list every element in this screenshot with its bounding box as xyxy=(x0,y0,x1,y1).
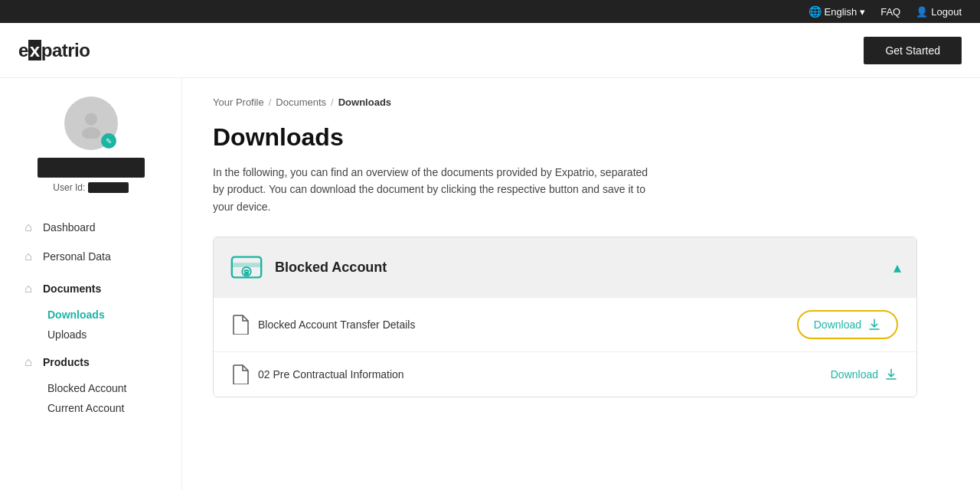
topbar: 🌐 English ▾ FAQ 👤 Logout xyxy=(0,0,980,23)
blocked-account-icon xyxy=(229,250,264,285)
blocked-account-header[interactable]: Blocked Account ▴ xyxy=(214,237,916,297)
section-header-left: Blocked Account xyxy=(229,250,387,285)
breadcrumb-sep-2: / xyxy=(331,96,334,108)
document-row-2: 02 Pre Contractual Information Download xyxy=(214,351,916,397)
main-content: Your Profile / Documents / Downloads Dow… xyxy=(182,78,980,490)
doc-left-1: Blocked Account Transfer Details xyxy=(232,315,415,335)
sidebar-item-personal-data[interactable]: ⌂ Personal Data xyxy=(15,242,166,271)
svg-point-0 xyxy=(85,113,97,126)
faq-link[interactable]: FAQ xyxy=(880,6,900,18)
logout-button[interactable]: 👤 Logout xyxy=(916,6,962,18)
sidebar-item-products[interactable]: ⌂ Products xyxy=(15,348,166,377)
page-title: Downloads xyxy=(213,123,949,152)
doc-name-1: Blocked Account Transfer Details xyxy=(258,318,415,331)
download-button-1[interactable]: Download xyxy=(797,310,898,339)
document-row-1: Blocked Account Transfer Details Downloa… xyxy=(214,297,916,351)
svg-point-1 xyxy=(82,127,100,139)
user-icon: 👤 xyxy=(916,6,928,18)
user-id-value: ■■■■■ xyxy=(88,182,128,193)
sidebar: ✎ User Id: ■■■■■ ⌂ Dashboard ⌂ Personal … xyxy=(0,78,182,490)
layout: ✎ User Id: ■■■■■ ⌂ Dashboard ⌂ Personal … xyxy=(0,78,980,490)
language-label: English xyxy=(825,6,858,18)
avatar-edit-badge[interactable]: ✎ xyxy=(101,133,116,149)
sidebar-sub-products: Blocked Account Current Account xyxy=(15,378,166,418)
user-name-bar xyxy=(38,158,145,178)
sidebar-item-documents[interactable]: ⌂ Documents xyxy=(15,274,166,303)
sidebar-uploads-label: Uploads xyxy=(47,328,87,341)
download-icon-1 xyxy=(867,318,881,332)
chevron-up-icon: ▴ xyxy=(893,258,901,276)
sidebar-item-blocked-account[interactable]: Blocked Account xyxy=(41,378,166,398)
logout-label: Logout xyxy=(931,6,962,18)
sidebar-item-downloads[interactable]: Downloads xyxy=(41,305,166,325)
sidebar-item-current-account[interactable]: Current Account xyxy=(41,398,166,418)
sidebar-item-label-personal-data: Personal Data xyxy=(43,250,111,263)
svg-rect-5 xyxy=(244,272,249,276)
avatar: ✎ xyxy=(64,96,118,150)
chevron-down-icon: ▾ xyxy=(860,6,865,18)
house-icon: ⌂ xyxy=(21,220,35,234)
sidebar-item-label-products: Products xyxy=(43,356,90,368)
sidebar-item-dashboard[interactable]: ⌂ Dashboard xyxy=(15,213,166,242)
breadcrumb-sep-1: / xyxy=(269,96,272,108)
download-label-1: Download xyxy=(814,318,861,331)
logo-text-patrio: patrio xyxy=(41,40,90,60)
page-description: In the following, you can find an overvi… xyxy=(213,164,657,215)
user-id-label: User Id: xyxy=(53,182,85,193)
globe-icon: 🌐 xyxy=(808,5,822,18)
sidebar-item-label-dashboard: Dashboard xyxy=(43,221,96,234)
breadcrumb-label-your-profile: Your Profile xyxy=(213,96,264,108)
avatar-area: ✎ User Id: ■■■■■ xyxy=(38,96,145,193)
avatar-person-icon xyxy=(76,108,106,139)
breadcrumb-documents[interactable]: Documents xyxy=(276,96,326,108)
doc-file-icon-2 xyxy=(232,364,249,384)
sidebar-current-account-label: Current Account xyxy=(47,402,124,414)
doc-file-icon-1 xyxy=(232,315,249,335)
download-label-2: Download xyxy=(831,368,878,381)
faq-label: FAQ xyxy=(880,6,900,18)
download-link-2[interactable]: Download xyxy=(831,368,898,381)
breadcrumb: Your Profile / Documents / Downloads xyxy=(213,96,949,108)
breadcrumb-current: Downloads xyxy=(338,96,391,108)
sidebar-item-label-documents: Documents xyxy=(43,283,101,295)
sidebar-blocked-account-label: Blocked Account xyxy=(47,382,127,394)
breadcrumb-your-profile[interactable]: Your Profile xyxy=(213,96,264,108)
breadcrumb-label-documents: Documents xyxy=(276,96,326,108)
sidebar-item-uploads[interactable]: Uploads xyxy=(41,325,166,345)
logo: expatrio xyxy=(18,40,90,61)
sidebar-downloads-label: Downloads xyxy=(47,309,105,321)
house-icon-products: ⌂ xyxy=(21,355,35,369)
download-icon-2 xyxy=(884,368,898,381)
logo-text-e: e xyxy=(18,40,28,60)
user-id-row: User Id: ■■■■■ xyxy=(53,182,128,193)
doc-name-2: 02 Pre Contractual Information xyxy=(258,368,404,381)
cta-button[interactable]: Get Started xyxy=(864,37,962,64)
logo-bracket: x xyxy=(28,40,41,60)
header: expatrio Get Started xyxy=(0,23,980,78)
sidebar-nav: ⌂ Dashboard ⌂ Personal Data ⌂ Documents … xyxy=(0,213,181,418)
section-title-blocked-account: Blocked Account xyxy=(275,260,387,276)
house-icon-personal: ⌂ xyxy=(21,250,35,263)
language-selector[interactable]: 🌐 English ▾ xyxy=(808,5,866,18)
house-icon-documents: ⌂ xyxy=(21,282,35,296)
doc-left-2: 02 Pre Contractual Information xyxy=(232,364,404,384)
blocked-account-section: Blocked Account ▴ Blocked Account Transf… xyxy=(213,237,917,397)
sidebar-sub-documents: Downloads Uploads xyxy=(15,305,166,345)
